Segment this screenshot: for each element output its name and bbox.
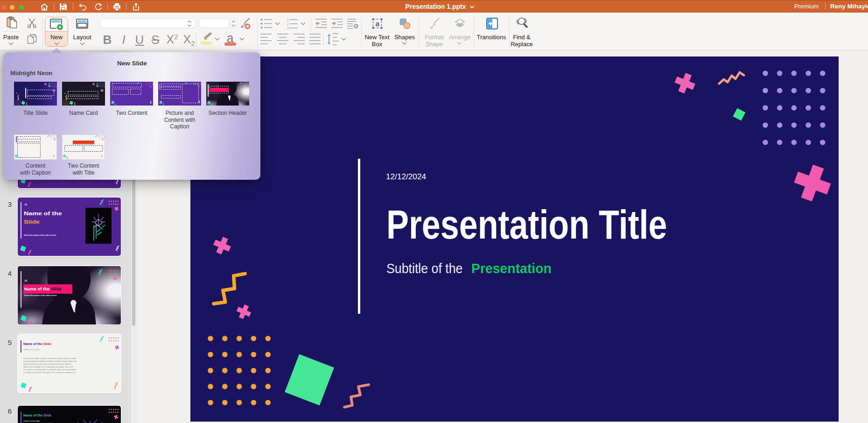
svg-text:2: 2 [287, 22, 289, 26]
svg-text:1: 1 [287, 18, 289, 22]
svg-text:a: a [376, 20, 380, 28]
svg-text:3: 3 [287, 26, 289, 30]
